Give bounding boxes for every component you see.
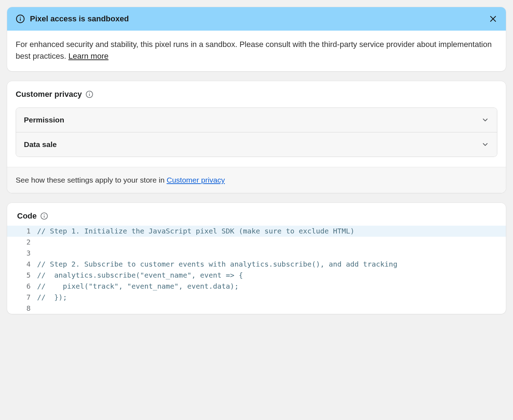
code-editor[interactable]: 1// Step 1. Initialize the JavaScript pi… xyxy=(7,226,506,314)
banner-header: Pixel access is sandboxed xyxy=(7,7,506,31)
code-text: // }); xyxy=(37,292,506,303)
svg-point-10 xyxy=(44,214,45,215)
code-text: // Step 2. Subscribe to customer events … xyxy=(37,259,506,270)
code-line: 4// Step 2. Subscribe to customer events… xyxy=(7,259,506,270)
info-icon[interactable] xyxy=(86,90,93,98)
chevron-down-icon xyxy=(481,141,489,148)
info-icon[interactable] xyxy=(40,212,48,220)
code-heading: Code xyxy=(7,203,506,226)
customer-privacy-link[interactable]: Customer privacy xyxy=(167,176,225,184)
code-title-text: Code xyxy=(17,211,37,221)
line-number: 6 xyxy=(7,281,37,292)
accordion-item-permission[interactable]: Permission xyxy=(16,108,497,132)
line-number: 1 xyxy=(7,226,37,237)
code-line: 7// }); xyxy=(7,292,506,303)
svg-point-7 xyxy=(89,93,90,93)
chevron-down-icon xyxy=(481,116,489,124)
code-line: 3 xyxy=(7,248,506,259)
accordion-label: Permission xyxy=(24,116,64,124)
customer-privacy-card: Customer privacy Permission Data sale xyxy=(7,81,506,193)
code-line: 2 xyxy=(7,237,506,248)
line-number: 3 xyxy=(7,248,37,259)
code-text: // analytics.subscribe("event_name", eve… xyxy=(37,270,506,281)
svg-point-2 xyxy=(20,17,21,17)
code-text: // pixel("track", "event_name", event.da… xyxy=(37,281,506,292)
code-line: 6// pixel("track", "event_name", event.d… xyxy=(7,281,506,292)
line-number: 4 xyxy=(7,259,37,270)
line-number: 8 xyxy=(7,303,37,314)
code-line: 1// Step 1. Initialize the JavaScript pi… xyxy=(7,226,506,237)
code-text xyxy=(37,303,506,314)
code-line: 5// analytics.subscribe("event_name", ev… xyxy=(7,270,506,281)
code-text xyxy=(37,237,506,248)
info-icon xyxy=(16,14,25,23)
code-card: Code 1// Step 1. Initialize the JavaScri… xyxy=(7,203,506,314)
code-text xyxy=(37,248,506,259)
line-number: 7 xyxy=(7,292,37,303)
code-line: 8 xyxy=(7,303,506,314)
line-number: 2 xyxy=(7,237,37,248)
accordion-label: Data sale xyxy=(24,140,57,149)
accordion-item-data-sale[interactable]: Data sale xyxy=(16,132,497,157)
line-number: 5 xyxy=(7,270,37,281)
code-text: // Step 1. Initialize the JavaScript pix… xyxy=(37,226,506,237)
section-title-text: Customer privacy xyxy=(16,90,82,99)
sandbox-banner: Pixel access is sandboxed For enhanced s… xyxy=(7,7,506,71)
privacy-footer-text: See how these settings apply to your sto… xyxy=(16,176,167,184)
banner-body: For enhanced security and stability, thi… xyxy=(7,31,506,71)
close-button[interactable] xyxy=(489,15,497,23)
close-icon xyxy=(489,15,497,23)
banner-title: Pixel access is sandboxed xyxy=(30,14,129,23)
privacy-footer: See how these settings apply to your sto… xyxy=(7,167,506,193)
customer-privacy-heading: Customer privacy xyxy=(16,90,497,99)
learn-more-link[interactable]: Learn more xyxy=(68,52,109,61)
privacy-accordion: Permission Data sale xyxy=(16,107,497,157)
